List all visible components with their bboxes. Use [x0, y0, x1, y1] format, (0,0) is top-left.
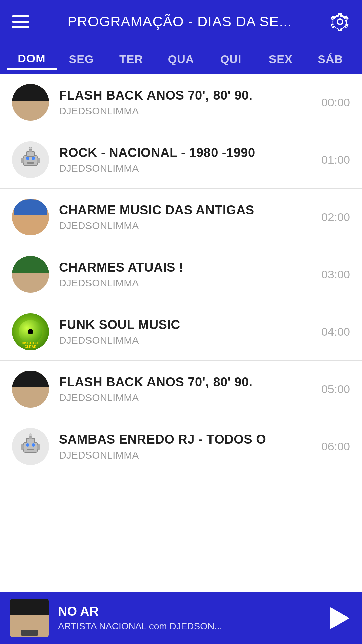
- program-time: 06:00: [310, 440, 350, 453]
- player-avatar: [10, 599, 49, 637]
- svg-point-11: [26, 443, 29, 447]
- svg-rect-13: [27, 449, 34, 450]
- list-item[interactable]: ROCK - NACIONAL - 1980 -1990 DJEDSONLIMM…: [0, 131, 362, 189]
- avatar: [12, 428, 49, 465]
- program-time: 05:00: [310, 383, 350, 396]
- svg-point-8: [29, 147, 32, 150]
- tab-qui[interactable]: QUI: [206, 49, 256, 69]
- avatar: [12, 199, 49, 235]
- svg-rect-15: [37, 444, 40, 450]
- settings-button[interactable]: [330, 12, 350, 32]
- list-item[interactable]: FLASH BACK ANOS 70', 80' 90. DJEDSONLIMM…: [0, 74, 362, 131]
- program-dj: DJEDSONLIMMA: [59, 277, 310, 289]
- tab-sex[interactable]: SEX: [256, 49, 306, 69]
- program-title: CHARME MUSIC DAS ANTIGAS: [59, 203, 310, 217]
- svg-point-12: [32, 443, 35, 447]
- on-air-label: NO AR: [58, 604, 325, 619]
- list-item[interactable]: DISCOTECCLEAR FUNK SOUL MUSIC DJEDSONLIM…: [0, 303, 362, 361]
- list-item[interactable]: SAMBAS ENREDO RJ - TODOS O DJEDSONLIMMA …: [0, 418, 362, 475]
- program-dj: DJEDSONLIMMA: [59, 163, 310, 174]
- tab-sab[interactable]: SÁB: [305, 49, 355, 69]
- program-time: 01:00: [310, 153, 350, 166]
- program-info: FLASH BACK ANOS 70', 80' 90. DJEDSONLIMM…: [59, 88, 310, 117]
- program-dj: DJEDSONLIMMA: [59, 449, 310, 461]
- svg-point-3: [32, 157, 35, 160]
- program-dj: DJEDSONLIMMA: [59, 392, 310, 404]
- svg-point-2: [26, 157, 29, 160]
- bottom-player: NO AR ARTISTA NACIONAL com DJEDSON...: [0, 592, 362, 644]
- svg-rect-0: [24, 156, 37, 166]
- svg-rect-10: [26, 438, 35, 443]
- program-info: FUNK SOUL MUSIC DJEDSONLIMMA: [59, 318, 310, 346]
- program-info: ROCK - NACIONAL - 1980 -1990 DJEDSONLIMM…: [59, 146, 310, 174]
- player-subtitle: ARTISTA NACIONAL com DJEDSON...: [58, 621, 325, 632]
- svg-rect-4: [27, 162, 34, 164]
- program-dj: DJEDSONLIMMA: [59, 105, 310, 117]
- tab-seg[interactable]: SEG: [57, 49, 107, 69]
- program-time: 00:00: [310, 96, 350, 109]
- program-title: ROCK - NACIONAL - 1980 -1990: [59, 146, 310, 160]
- menu-button[interactable]: [12, 15, 29, 28]
- program-title: SAMBAS ENREDO RJ - TODOS O: [59, 432, 310, 447]
- play-button[interactable]: [325, 605, 352, 632]
- list-item[interactable]: CHARME MUSIC DAS ANTIGAS DJEDSONLIMMA 02…: [0, 189, 362, 246]
- program-time: 02:00: [310, 211, 350, 224]
- program-title: CHARMES ATUAIS !: [59, 260, 310, 275]
- player-info: NO AR ARTISTA NACIONAL com DJEDSON...: [58, 604, 325, 632]
- program-list: FLASH BACK ANOS 70', 80' 90. DJEDSONLIMM…: [0, 74, 362, 529]
- avatar: [12, 256, 49, 293]
- tab-ter[interactable]: TER: [106, 49, 156, 69]
- program-dj: DJEDSONLIMMA: [59, 220, 310, 231]
- avatar: [12, 371, 49, 408]
- svg-rect-14: [21, 444, 24, 450]
- list-item[interactable]: CHARMES ATUAIS ! DJEDSONLIMMA 03:00: [0, 246, 362, 303]
- day-tabs: DOM SEG TER QUA QUI SEX SÁB: [0, 44, 362, 74]
- svg-rect-9: [24, 442, 37, 452]
- program-dj: DJEDSONLIMMA: [59, 335, 310, 346]
- program-time: 03:00: [310, 268, 350, 281]
- svg-rect-6: [37, 158, 40, 163]
- svg-rect-5: [21, 158, 24, 163]
- program-info: CHARME MUSIC DAS ANTIGAS DJEDSONLIMMA: [59, 203, 310, 231]
- list-item[interactable]: FLASH BACK ANOS 70', 80' 90. DJEDSONLIMM…: [0, 361, 362, 418]
- svg-point-17: [29, 434, 32, 436]
- tab-dom[interactable]: DOM: [7, 49, 57, 70]
- avatar: DISCOTECCLEAR: [12, 313, 49, 350]
- program-info: CHARMES ATUAIS ! DJEDSONLIMMA: [59, 260, 310, 289]
- program-info: FLASH BACK ANOS 70', 80' 90. DJEDSONLIMM…: [59, 375, 310, 404]
- avatar: [12, 141, 49, 178]
- svg-rect-1: [26, 152, 35, 156]
- program-time: 04:00: [310, 325, 350, 338]
- program-title: FLASH BACK ANOS 70', 80' 90.: [59, 88, 310, 103]
- play-icon: [330, 607, 349, 629]
- avatar: [12, 84, 49, 121]
- header-title: PROGRAMAÇÃO - DIAS DA SE...: [68, 14, 292, 30]
- program-info: SAMBAS ENREDO RJ - TODOS O DJEDSONLIMMA: [59, 432, 310, 461]
- program-title: FUNK SOUL MUSIC: [59, 318, 310, 332]
- program-title: FLASH BACK ANOS 70', 80' 90.: [59, 375, 310, 389]
- tab-qua[interactable]: QUA: [156, 49, 206, 69]
- header: PROGRAMAÇÃO - DIAS DA SE...: [0, 0, 362, 44]
